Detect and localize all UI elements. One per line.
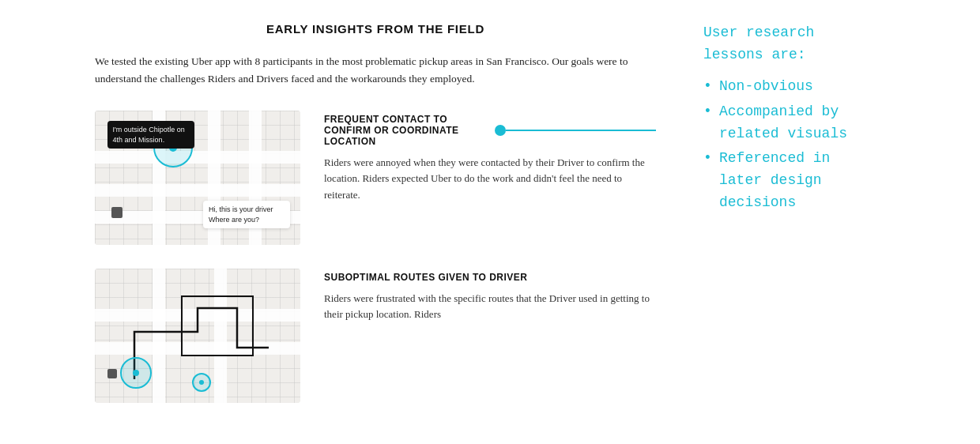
annotation-intro: User research lessons are: <box>703 22 956 66</box>
annotation-intro-line1: User research <box>703 24 814 40</box>
insight-text-2: SUBOPTIMAL ROUTES GIVEN TO DRIVER Riders… <box>324 269 656 324</box>
annotation-item-3: Referenced inlater designdecisions <box>703 148 956 214</box>
annotation-intro-line2: lessons are: <box>703 47 806 62</box>
page-container: EARLY INSIGHTS FROM THE FIELD We tested … <box>0 0 980 444</box>
location-dot-2 <box>133 370 139 376</box>
annotation-item-2: Accompanied byrelated visuals <box>703 101 956 145</box>
chat-bubble-light: Hi, this is your driver Where are you? <box>203 201 290 228</box>
insight-section-1: I'm outside Chipotle on 4th and Mission.… <box>95 111 656 245</box>
main-content: EARLY INSIGHTS FROM THE FIELD We tested … <box>0 0 688 444</box>
insight-heading-1: FREQUENT CONTACT TO CONFIRM OR COORDINAT… <box>324 114 656 147</box>
annotation-content: User research lessons are: Non-obvious A… <box>703 22 956 217</box>
heading-connector-1 <box>495 125 656 136</box>
heading-dot-1 <box>495 125 506 136</box>
annotation-item-1: Non-obvious <box>703 76 956 98</box>
map-image-1: I'm outside Chipotle on 4th and Mission.… <box>95 111 300 245</box>
map-image-2 <box>95 269 300 403</box>
page-title: EARLY INSIGHTS FROM THE FIELD <box>95 22 656 36</box>
insight-heading-2: SUBOPTIMAL ROUTES GIVEN TO DRIVER <box>324 272 656 283</box>
insight-section-2: SUBOPTIMAL ROUTES GIVEN TO DRIVER Riders… <box>95 269 656 403</box>
car-icon-2 <box>107 369 117 378</box>
car-icon-1 <box>111 207 122 218</box>
insight-body-2: Riders were frustrated with the specific… <box>324 291 656 324</box>
road-h2 <box>95 184 300 197</box>
insight-text-1: FREQUENT CONTACT TO CONFIRM OR COORDINAT… <box>324 111 656 204</box>
heading-line-1 <box>506 130 656 131</box>
annotation-list: Non-obvious Accompanied byrelated visual… <box>703 76 956 214</box>
intro-text: We tested the existing Uber app with 8 p… <box>95 53 632 88</box>
chat-bubble-dark: I'm outside Chipotle on 4th and Mission. <box>107 121 194 149</box>
road-h1 <box>95 151 300 164</box>
insight-body-1: Riders were annoyed when they were conta… <box>324 155 656 204</box>
sidebar-annotation: User research lessons are: Non-obvious A… <box>688 0 980 444</box>
location-dot-3 <box>199 380 204 385</box>
